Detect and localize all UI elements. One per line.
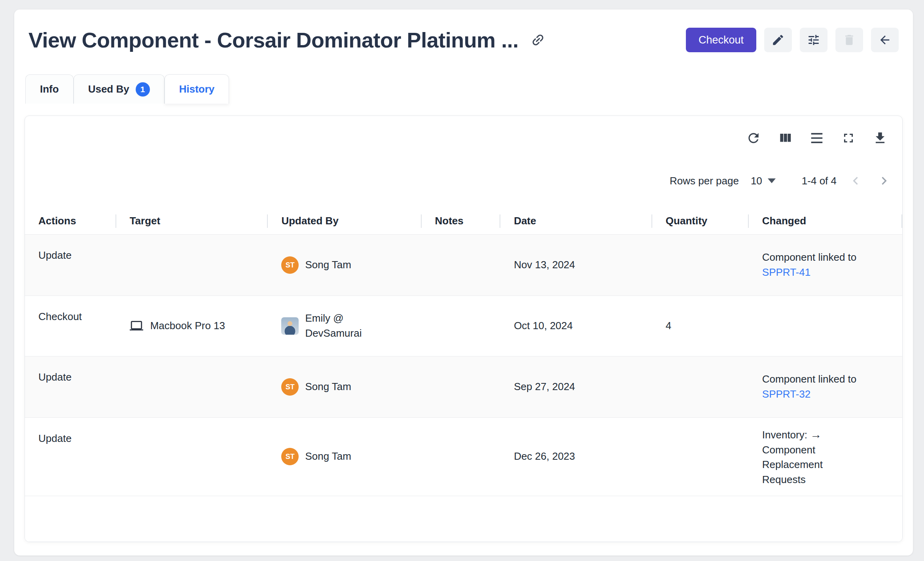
chevron-right-icon <box>876 173 892 189</box>
notes-cell <box>422 418 501 496</box>
tab-info[interactable]: Info <box>25 74 74 104</box>
previous-page-button[interactable] <box>846 171 865 190</box>
download-icon <box>873 131 888 146</box>
edit-button[interactable] <box>764 28 792 52</box>
laptop-icon <box>130 319 143 333</box>
date-cell: Nov 13, 2024 <box>500 235 652 296</box>
rows-per-page-label: Rows per page <box>670 175 739 187</box>
action-cell: Update <box>25 418 116 496</box>
tab-used-by[interactable]: Used By 1 <box>74 74 165 104</box>
trash-icon <box>843 33 856 47</box>
quantity-cell: 4 <box>652 296 749 356</box>
columns-button[interactable] <box>776 129 794 147</box>
table-toolbar <box>25 116 902 147</box>
page-range-label: 1-4 of 4 <box>802 175 837 187</box>
changed-prefix: Inventory: <box>762 429 807 441</box>
avatar: ST <box>281 256 299 274</box>
column-header-changed[interactable]: Changed <box>749 208 902 235</box>
tab-used-by-label: Used By <box>88 83 129 95</box>
avatar: ST <box>281 378 299 396</box>
updated-by-cell: Emily @ DevSamurai <box>268 296 421 356</box>
page-title: View Component - Corsair Dominator Plati… <box>28 28 519 52</box>
user-name: Song Tam <box>305 449 351 464</box>
rows-per-page-select[interactable]: 10 <box>751 175 776 187</box>
fullscreen-icon <box>841 131 856 146</box>
user-name: Song Tam <box>305 258 351 273</box>
tab-info-label: Info <box>40 83 59 95</box>
link-icon <box>530 32 545 47</box>
settings-button[interactable] <box>800 28 827 52</box>
column-header-actions[interactable]: Actions <box>25 208 116 235</box>
user-name: Emily @ DevSamurai <box>305 311 368 341</box>
spprt-link[interactable]: SPPRT-41 <box>762 266 810 278</box>
arrow-left-icon <box>878 33 892 47</box>
avatar <box>281 317 299 335</box>
next-page-button[interactable] <box>875 171 894 190</box>
table-row: Update ST Song Tam Nov 13, 2024 Componen… <box>25 235 902 296</box>
date-cell: Oct 10, 2024 <box>500 296 652 356</box>
changed-cell <box>749 296 902 356</box>
back-button[interactable] <box>871 28 899 52</box>
avatar: ST <box>281 448 299 465</box>
arrow-right-icon: → <box>810 428 822 441</box>
target-cell <box>116 356 268 418</box>
date-cell: Sep 27, 2024 <box>500 356 652 418</box>
action-cell: Update <box>25 356 116 418</box>
history-table-card: Rows per page 10 1-4 of 4 Actions Targ <box>25 116 903 542</box>
target-cell: Macbook Pro 13 <box>116 296 268 356</box>
notes-cell <box>422 296 501 356</box>
columns-icon <box>778 131 793 146</box>
copy-link-button[interactable] <box>530 32 545 47</box>
action-cell: Checkout <box>25 296 116 356</box>
fullscreen-button[interactable] <box>840 129 857 147</box>
quantity-cell <box>652 235 749 296</box>
action-cell: Update <box>25 235 116 296</box>
target-cell <box>116 235 268 296</box>
checkout-button[interactable]: Checkout <box>686 28 756 52</box>
target-cell <box>116 418 268 496</box>
changed-text: Component linked to <box>762 372 902 387</box>
target-label: Macbook Pro 13 <box>150 318 225 334</box>
column-header-updated-by[interactable]: Updated By <box>268 208 421 235</box>
updated-by-cell: ST Song Tam <box>268 235 421 296</box>
used-by-count-badge: 1 <box>136 82 150 97</box>
table-row: Update ST Song Tam Sep 27, 2024 Componen… <box>25 356 902 418</box>
density-button[interactable] <box>808 129 826 147</box>
refresh-button[interactable] <box>745 129 762 147</box>
chevron-left-icon <box>848 173 863 189</box>
table-row: Checkout Macbook Pro 13 Emily @ DevSamur… <box>25 296 902 356</box>
table-header-row: Actions Target Updated By Notes Date Qua… <box>25 208 902 235</box>
notes-cell <box>422 235 501 296</box>
column-header-quantity[interactable]: Quantity <box>652 208 749 235</box>
notes-cell <box>422 356 501 418</box>
density-icon <box>809 131 824 146</box>
table-footer <box>25 496 902 542</box>
updated-by-cell: ST Song Tam <box>268 356 421 418</box>
column-header-target[interactable]: Target <box>116 208 268 235</box>
changed-suffix: Component Replacement Requests <box>762 443 867 487</box>
sliders-icon <box>807 33 820 47</box>
date-cell: Dec 26, 2023 <box>500 418 652 496</box>
tab-history-label: History <box>179 83 215 95</box>
delete-button[interactable] <box>835 28 863 52</box>
tab-bar: Info Used By 1 History <box>25 74 903 104</box>
changed-text: Component linked to <box>762 250 902 265</box>
changed-cell: Component linked to SPPRT-41 <box>749 235 902 296</box>
page-card: View Component - Corsair Dominator Plati… <box>14 9 913 555</box>
quantity-cell <box>652 356 749 418</box>
changed-cell: Component linked to SPPRT-32 <box>749 356 902 418</box>
changed-cell: Inventory: → Component Replacement Reque… <box>749 418 902 496</box>
table-row: Update ST Song Tam Dec 26, 2023 Inventor… <box>25 418 902 496</box>
chevron-down-icon <box>768 178 776 183</box>
refresh-icon <box>746 131 761 146</box>
download-button[interactable] <box>871 129 889 147</box>
column-header-notes[interactable]: Notes <box>422 208 501 235</box>
pagination-bar: Rows per page 10 1-4 of 4 <box>25 171 902 190</box>
updated-by-cell: ST Song Tam <box>268 418 421 496</box>
rows-per-page-value: 10 <box>751 175 762 187</box>
history-table: Actions Target Updated By Notes Date Qua… <box>25 208 902 496</box>
column-header-date[interactable]: Date <box>500 208 652 235</box>
spprt-link[interactable]: SPPRT-32 <box>762 388 810 400</box>
tab-history[interactable]: History <box>165 74 229 104</box>
page-header: View Component - Corsair Dominator Plati… <box>25 25 903 52</box>
